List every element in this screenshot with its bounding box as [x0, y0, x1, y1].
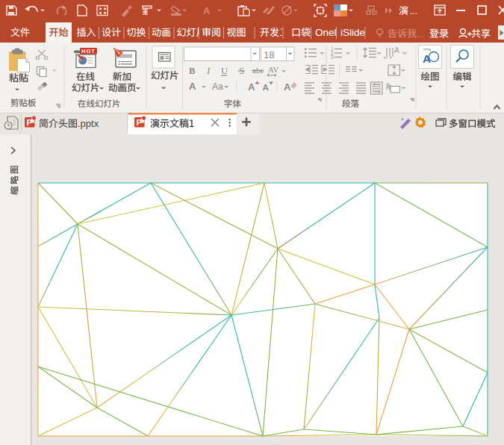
svg-text:A: A	[394, 46, 399, 55]
svg-text:B: B	[189, 66, 195, 76]
svg-text:AV: AV	[268, 65, 279, 74]
svg-text:A: A	[189, 81, 196, 92]
svg-text:Onel: Onel	[315, 27, 337, 38]
svg-text:Aa: Aa	[212, 81, 223, 92]
svg-text:U: U	[221, 66, 228, 76]
svg-text:I: I	[206, 66, 211, 76]
svg-text:18: 18	[264, 49, 274, 60]
svg-text:...: ...	[417, 29, 424, 40]
svg-text:A: A	[203, 5, 211, 16]
svg-text:HOT: HOT	[81, 48, 96, 55]
svg-text:iSlide: iSlide	[340, 27, 365, 38]
svg-text:.pptx: .pptx	[78, 118, 99, 129]
svg-text:A: A	[263, 83, 269, 92]
svg-text:3: 3	[331, 55, 334, 60]
svg-text:...: ...	[410, 6, 417, 16]
svg-text:A: A	[284, 81, 291, 93]
svg-text:A: A	[248, 81, 255, 93]
